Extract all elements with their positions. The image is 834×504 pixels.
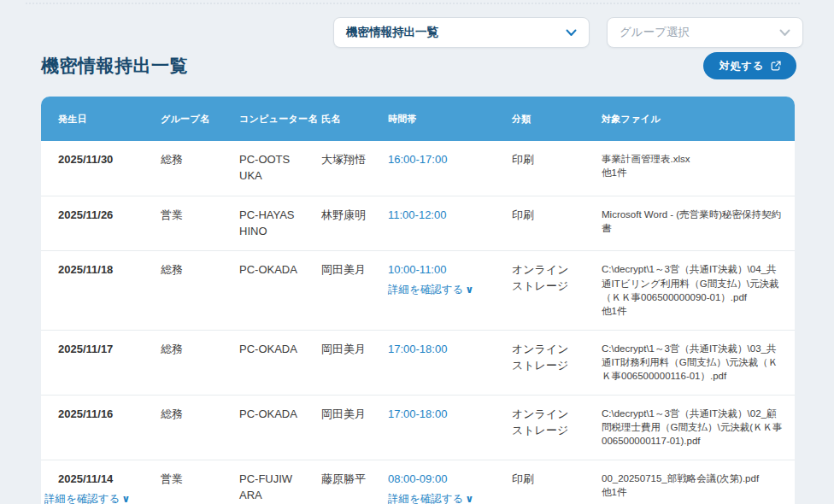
file-line: 00_20250715_部戦略会議(次第).pdf xyxy=(602,472,783,485)
column-header-6: 対象ファイル xyxy=(584,97,795,141)
file-line: C:\decrypt\1～3営（共通IT決裁）\04_共通ITビリング利用料（G… xyxy=(602,262,783,304)
occurrence-date: 2025/11/26 xyxy=(58,208,137,224)
top-dotted-divider xyxy=(26,3,800,4)
target-files: C:\decrypt\1～3営（共通IT決裁）\04_共通ITビリング利用料（G… xyxy=(584,251,795,330)
file-line: C:\decrypt\1～3営（共通IT決裁）\02_顧問税理士費用（G間支払）… xyxy=(602,407,783,448)
group-name: 総務 xyxy=(144,330,222,395)
column-header-4: 時間帯 xyxy=(371,97,495,141)
computer-name: PC-OOTSUKA xyxy=(222,141,304,196)
time-range-link[interactable]: 10:00-11:00 xyxy=(388,263,446,276)
chevron-down-icon: ∨ xyxy=(465,284,473,296)
report-type-select[interactable]: 機密情報持出一覧 xyxy=(333,17,590,48)
table-body: 2025/11/30 総務 PC-OOTSUKA 大塚翔悟 16:00-17:0… xyxy=(41,141,795,504)
target-files: Microsoft Word - (売営業時)秘密保持契約書 xyxy=(584,196,795,251)
detail-link-label: 詳細を確認する xyxy=(388,284,463,296)
column-header-1: グループ名 xyxy=(144,97,222,141)
handle-button[interactable]: 対処する xyxy=(703,52,796,79)
computer-name: PC-HAYASHINO xyxy=(222,196,304,251)
chevron-down-icon xyxy=(779,29,790,37)
computer-name: PC-FUJIWARA xyxy=(222,460,304,504)
occurrence-date: 2025/11/17 xyxy=(58,342,137,358)
report-type-selected-value: 機密情報持出一覧 xyxy=(346,25,438,40)
detail-link-label: 詳細を確認する xyxy=(388,493,463,504)
user-name: 岡田美月 xyxy=(304,395,371,460)
occurrence-date: 2025/11/18 xyxy=(58,262,137,278)
table-row: 2025/11/16 総務 PC-OKADA 岡田美月 17:00-18:00 … xyxy=(41,395,795,460)
date-detail-link[interactable]: 詳細を確認する∨ xyxy=(44,491,137,504)
table-row: 2025/11/17 総務 PC-OKADA 岡田美月 17:00-18:00 … xyxy=(41,330,795,395)
time-range-link[interactable]: 17:00-18:00 xyxy=(388,407,447,420)
file-line: 事業計画管理表.xlsx xyxy=(602,152,783,166)
group-select-placeholder: グループ選択 xyxy=(620,25,690,40)
detail-link-label: 詳細を確認する xyxy=(44,493,120,504)
column-header-2: コンピューター名 xyxy=(222,97,304,141)
event-category: 印刷 xyxy=(495,141,584,196)
group-name: 総務 xyxy=(144,251,222,330)
computer-name: PC-OKADA xyxy=(222,251,304,330)
group-name: 総務 xyxy=(144,141,222,196)
column-header-0: 発生日 xyxy=(41,97,144,141)
event-category: 印刷 xyxy=(495,460,584,504)
user-name: 岡田美月 xyxy=(304,330,371,395)
table-header-row: 発生日グループ名コンピューター名氏名時間帯分類対象ファイル xyxy=(41,97,795,141)
group-name: 総務 xyxy=(144,395,222,460)
time-range-link[interactable]: 16:00-17:00 xyxy=(388,153,447,166)
group-select[interactable]: グループ選択 xyxy=(607,17,803,48)
computer-name: PC-OKADA xyxy=(222,330,304,395)
export-events-table: 発生日グループ名コンピューター名氏名時間帯分類対象ファイル 2025/11/30… xyxy=(41,97,795,504)
user-name: 岡田美月 xyxy=(304,251,371,330)
external-link-icon xyxy=(771,61,781,71)
group-name: 営業 xyxy=(144,196,222,251)
target-files: 事業計画管理表.xlsx他1件 xyxy=(584,141,795,196)
user-name: 林野康明 xyxy=(304,196,371,251)
chevron-down-icon: ∨ xyxy=(465,493,473,504)
time-range-link[interactable]: 17:00-18:00 xyxy=(388,343,447,355)
occurrence-date: 2025/11/14 xyxy=(58,472,137,488)
file-line: Microsoft Word - (売営業時)秘密保持契約書 xyxy=(602,208,783,236)
title-row: 機密情報持出一覧 対処する xyxy=(41,52,796,79)
target-files: C:\decrypt\1～3営（共通IT決裁）\02_顧問税理士費用（G間支払）… xyxy=(584,395,795,460)
file-line: 他1件 xyxy=(602,166,783,179)
file-line: 他1件 xyxy=(602,485,783,499)
time-detail-link[interactable]: 詳細を確認する∨ xyxy=(388,491,488,504)
occurrence-date: 2025/11/30 xyxy=(58,152,137,168)
occurrence-date: 2025/11/16 xyxy=(58,407,137,423)
table-row: 2025/11/26 営業 PC-HAYASHINO 林野康明 11:00-12… xyxy=(41,196,795,251)
handle-button-label: 対処する xyxy=(719,59,764,73)
page-title: 機密情報持出一覧 xyxy=(41,54,188,78)
file-line: 他1件 xyxy=(602,304,783,318)
table-row: 2025/11/30 総務 PC-OOTSUKA 大塚翔悟 16:00-17:0… xyxy=(41,141,795,196)
user-name: 大塚翔悟 xyxy=(304,141,371,196)
filter-controls: 機密情報持出一覧 グループ選択 xyxy=(333,17,803,48)
event-category: オンラインストレージ xyxy=(495,330,584,395)
target-files: C:\decrypt\1～3営（共通IT決裁）\03_共通IT財務利用料（G間支… xyxy=(584,330,795,395)
chevron-down-icon: ∨ xyxy=(121,493,130,504)
table-row: 2025/11/14 詳細を確認する∨ 営業 PC-FUJIWARA 藤原勝平 … xyxy=(41,460,795,504)
group-name: 営業 xyxy=(144,460,222,504)
event-category: オンラインストレージ xyxy=(495,395,584,460)
target-files: 00_20250715_部戦略会議(次第).pdf他1件 xyxy=(584,460,795,504)
column-header-5: 分類 xyxy=(495,97,584,141)
event-category: 印刷 xyxy=(495,196,584,251)
computer-name: PC-OKADA xyxy=(222,395,304,460)
event-category: オンラインストレージ xyxy=(495,251,584,330)
table-row: 2025/11/18 総務 PC-OKADA 岡田美月 10:00-11:00 … xyxy=(41,251,795,330)
time-detail-link[interactable]: 詳細を確認する∨ xyxy=(388,282,488,297)
user-name: 藤原勝平 xyxy=(304,460,371,504)
time-range-link[interactable]: 08:00-09:00 xyxy=(388,472,447,485)
time-range-link[interactable]: 11:00-12:00 xyxy=(388,208,446,221)
file-line: C:\decrypt\1～3営（共通IT決裁）\03_共通IT財務利用料（G間支… xyxy=(602,342,783,384)
chevron-down-icon xyxy=(566,29,577,37)
